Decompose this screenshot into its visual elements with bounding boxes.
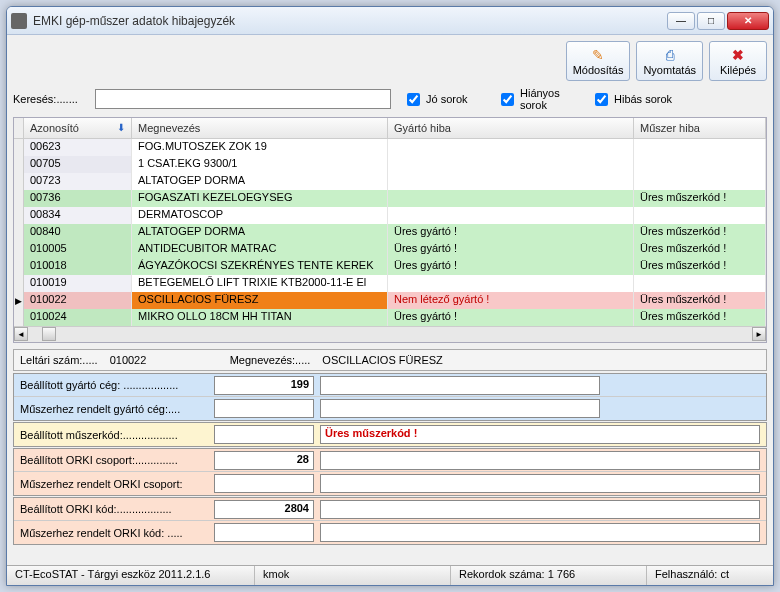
table-row[interactable]: 00840ALTATOGEP DORMAÜres gyártó !Üres mű… xyxy=(14,224,766,241)
chk-missing-rows[interactable]: Hiányos sorok xyxy=(501,87,579,111)
cell-id: 00834 xyxy=(24,207,132,224)
edit-button[interactable]: ✎ Módosítás xyxy=(566,41,631,81)
print-button[interactable]: ⎙ Nyomtatás xyxy=(636,41,703,81)
search-label: Keresés:....... xyxy=(13,93,91,105)
orki-code-assigned-label: Műszerhez rendelt ORKI kód: ..... xyxy=(14,527,214,539)
col-name[interactable]: Megnevezés xyxy=(132,118,388,138)
cell-mfr-err: Nem létező gyártó ! xyxy=(388,292,634,309)
cell-id: 010022 xyxy=(24,292,132,309)
row-marker xyxy=(14,190,24,207)
exit-label: Kilépés xyxy=(720,64,756,76)
scroll-thumb[interactable] xyxy=(42,327,56,341)
cell-mfr-err xyxy=(388,156,634,173)
table-row[interactable]: 00736FOGASZATI KEZELOEGYSEGÜres műszerkó… xyxy=(14,190,766,207)
status-user-short: kmok xyxy=(255,566,451,585)
table-row[interactable]: 010005ANTIDECUBITOR MATRACÜres gyártó !Ü… xyxy=(14,241,766,258)
app-icon xyxy=(11,13,27,29)
titlebar[interactable]: EMKI gép-műszer adatok hibajegyzék — □ ✕ xyxy=(7,7,773,35)
row-marker xyxy=(14,156,24,173)
edit-label: Módosítás xyxy=(573,64,624,76)
instr-code-value[interactable] xyxy=(214,425,314,444)
cell-id: 00705 xyxy=(24,156,132,173)
table-row[interactable]: 00723ALTATOGEP DORMA xyxy=(14,173,766,190)
cell-id: 010018 xyxy=(24,258,132,275)
cell-mfr-err xyxy=(388,275,634,292)
orki-group-assigned-value[interactable] xyxy=(214,474,314,493)
search-input[interactable] xyxy=(95,89,391,109)
cell-mfr-err: Üres gyártó ! xyxy=(388,224,634,241)
table-row[interactable]: 00834DERMATOSCOP xyxy=(14,207,766,224)
horizontal-scrollbar[interactable]: ◄ ► xyxy=(14,326,766,342)
cell-mfr-err xyxy=(388,173,634,190)
chk-error-rows-box[interactable] xyxy=(595,93,608,106)
cell-instr-err: Üres műszerkód ! xyxy=(634,190,766,207)
mfr-set-value[interactable]: 199 xyxy=(214,376,314,395)
search-row: Keresés:....... Jó sorok Hiányos sorok H… xyxy=(13,87,767,111)
maximize-button[interactable]: □ xyxy=(697,12,725,30)
orki-code-set-text[interactable] xyxy=(320,500,760,519)
col-id[interactable]: Azonosító ⬇ xyxy=(24,118,132,138)
table-row[interactable]: 010019BETEGEMELŐ LIFT TRIXIE KTB2000-11-… xyxy=(14,275,766,292)
cell-name: DERMATOSCOP xyxy=(132,207,388,224)
orki-code-assigned-text[interactable] xyxy=(320,523,760,542)
name-value: OSCILLACIOS FÜRESZ xyxy=(316,354,448,366)
cell-instr-err xyxy=(634,173,766,190)
mfr-assigned-text[interactable] xyxy=(320,399,600,418)
chk-missing-rows-box[interactable] xyxy=(501,93,514,106)
content: ✎ Módosítás ⎙ Nyomtatás ✖ Kilépés Keresé… xyxy=(7,35,773,585)
exit-button[interactable]: ✖ Kilépés xyxy=(709,41,767,81)
grid-body[interactable]: 00623FOG.MUTOSZEK ZOK 19007051 CSAT.EKG … xyxy=(14,139,766,326)
mfr-assigned-value[interactable] xyxy=(214,399,314,418)
orki-group-set-value[interactable]: 28 xyxy=(214,451,314,470)
mfr-set-label: Beállított gyártó cég: .................… xyxy=(14,379,214,391)
row-marker xyxy=(14,173,24,190)
data-grid[interactable]: Azonosító ⬇ Megnevezés Gyártó hiba Műsze… xyxy=(13,117,767,343)
cell-name: 1 CSAT.EKG 9300/1 xyxy=(132,156,388,173)
print-label: Nyomtatás xyxy=(643,64,696,76)
table-row[interactable]: 00623FOG.MUTOSZEK ZOK 19 xyxy=(14,139,766,156)
table-row[interactable]: 010018ÁGYAZÓKOCSI SZEKRÉNYES TENTE KEREK… xyxy=(14,258,766,275)
row-marker xyxy=(14,139,24,156)
orki-group-panel: Beállított ORKI csoport:.............. 2… xyxy=(13,448,767,496)
grid-header: Azonosító ⬇ Megnevezés Gyártó hiba Műsze… xyxy=(14,118,766,139)
cell-id: 010019 xyxy=(24,275,132,292)
manufacturer-panel: Beállított gyártó cég: .................… xyxy=(13,373,767,421)
name-label: Megnevezés:..... xyxy=(224,354,317,366)
table-row[interactable]: ▶010022OSCILLACIOS FÜRESZNem létező gyár… xyxy=(14,292,766,309)
scroll-left-icon[interactable]: ◄ xyxy=(14,327,28,341)
row-marker xyxy=(14,275,24,292)
main-window: EMKI gép-műszer adatok hibajegyzék — □ ✕… xyxy=(6,6,774,586)
table-row[interactable]: 010024MIKRO OLLO 18CM HH TITANÜres gyárt… xyxy=(14,309,766,326)
edit-icon: ✎ xyxy=(590,47,606,63)
exit-icon: ✖ xyxy=(730,47,746,63)
chk-good-rows-box[interactable] xyxy=(407,93,420,106)
chk-good-rows[interactable]: Jó sorok xyxy=(407,93,485,106)
statusbar: CT-EcoSTAT - Tárgyi eszköz 2011.2.1.6 km… xyxy=(7,565,773,585)
close-button[interactable]: ✕ xyxy=(727,12,769,30)
chk-error-rows[interactable]: Hibás sorok xyxy=(595,93,673,106)
cell-id: 00623 xyxy=(24,139,132,156)
cell-mfr-err xyxy=(388,139,634,156)
cell-name: BETEGEMELŐ LIFT TRIXIE KTB2000-11-E El xyxy=(132,275,388,292)
orki-group-assigned-text[interactable] xyxy=(320,474,760,493)
orki-group-set-text[interactable] xyxy=(320,451,760,470)
details-panel: Leltári szám:..... 010022 Megnevezés:...… xyxy=(13,349,767,546)
cell-id: 00840 xyxy=(24,224,132,241)
cell-name: ALTATOGEP DORMA xyxy=(132,224,388,241)
cell-id: 010005 xyxy=(24,241,132,258)
summary-row: Leltári szám:..... 010022 Megnevezés:...… xyxy=(13,349,767,371)
minimize-button[interactable]: — xyxy=(667,12,695,30)
orki-code-assigned-value[interactable] xyxy=(214,523,314,542)
row-marker xyxy=(14,258,24,275)
cell-instr-err xyxy=(634,139,766,156)
mfr-set-text[interactable] xyxy=(320,376,600,395)
col-instr-err[interactable]: Műszer hiba xyxy=(634,118,766,138)
cell-instr-err: Üres műszerkód ! xyxy=(634,258,766,275)
table-row[interactable]: 007051 CSAT.EKG 9300/1 xyxy=(14,156,766,173)
toolbar: ✎ Módosítás ⎙ Nyomtatás ✖ Kilépés xyxy=(13,41,767,81)
scroll-right-icon[interactable]: ► xyxy=(752,327,766,341)
orki-code-set-value[interactable]: 2804 xyxy=(214,500,314,519)
status-records: Rekordok száma: 1 766 xyxy=(451,566,647,585)
cell-mfr-err: Üres gyártó ! xyxy=(388,309,634,326)
col-mfr-err[interactable]: Gyártó hiba xyxy=(388,118,634,138)
